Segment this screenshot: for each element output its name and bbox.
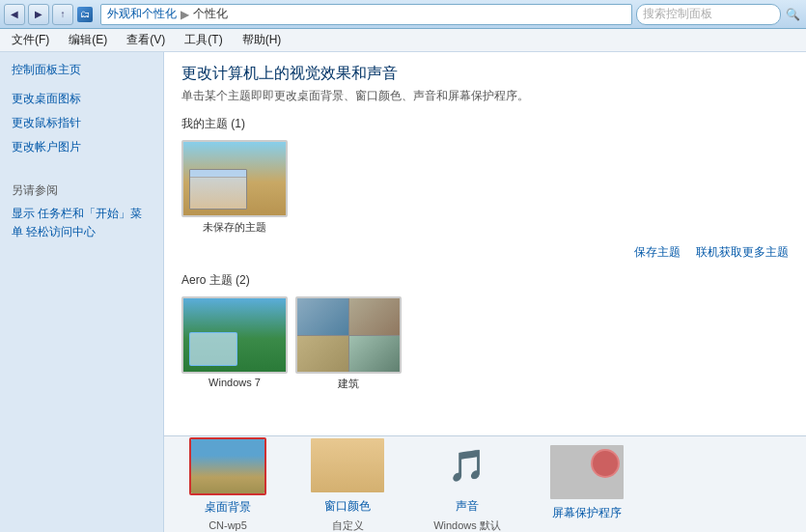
- bottom-item-sound[interactable]: 🎵 声音 Windows 默认: [419, 436, 515, 533]
- search-icon[interactable]: 🔍: [783, 5, 802, 24]
- sidebar-link-mouse[interactable]: 更改鼠标指针: [12, 114, 152, 132]
- screensaver-icon-wrapper: [548, 443, 625, 501]
- bottom-bar: 桌面背景 CN-wp5 窗口颜色 自定义 🎵 声音 Windows 默认: [164, 435, 806, 532]
- nav-buttons: ◀ ▶ ↑: [4, 4, 73, 25]
- search-bar[interactable]: 搜索控制面板: [636, 4, 781, 25]
- theme-unsaved[interactable]: 未保存的主题: [181, 140, 288, 235]
- window-color-icon-wrapper: [309, 436, 386, 494]
- aero2-img1: [297, 298, 348, 335]
- sound-icon-wrapper: 🎵: [429, 436, 506, 494]
- aero1-window-overlay: [189, 332, 237, 366]
- aero-themes-grid: Windows 7 建筑: [181, 296, 789, 391]
- breadcrumb-item-2[interactable]: 个性化: [193, 6, 228, 22]
- bottom-item-window-color[interactable]: 窗口颜色 自定义: [299, 436, 396, 533]
- aero2-img2: [349, 298, 401, 335]
- sound-sublabel: Windows 默认: [433, 518, 501, 533]
- breadcrumb-item-1[interactable]: 外观和个性化: [107, 6, 177, 22]
- window-color-icon: [311, 438, 384, 492]
- window-color-label[interactable]: 窗口颜色: [324, 498, 371, 515]
- breadcrumb-separator: ▶: [181, 8, 189, 21]
- desktop-bg-label[interactable]: 桌面背景: [205, 499, 251, 516]
- sidebar-link-desktop-icon[interactable]: 更改桌面图标: [12, 90, 152, 108]
- window-color-sublabel: 自定义: [332, 518, 364, 533]
- screensaver-icon: [550, 445, 624, 499]
- theme-unsaved-label: 未保存的主题: [181, 220, 288, 235]
- content-area: 更改计算机上的视觉效果和声音 单击某个主题即即更改桌面背景、窗口颜色、声音和屏幕…: [164, 52, 806, 532]
- theme-aero1[interactable]: Windows 7: [181, 296, 288, 391]
- main-layout: 控制面板主页 更改桌面图标 更改鼠标指针 更改帐户图片 另请参阅 显示 任务栏和…: [0, 52, 806, 532]
- get-more-link[interactable]: 联机获取更多主题: [696, 244, 789, 261]
- theme-aero2[interactable]: 建筑: [295, 296, 402, 391]
- aero-themes-label: Aero 主题 (2): [181, 272, 789, 289]
- sidebar-link-account-pic[interactable]: 更改帐户图片: [12, 138, 152, 156]
- ss-face-decoration: [591, 449, 620, 478]
- desktop-bg-icon-wrapper: [189, 437, 266, 495]
- sidebar-home-link[interactable]: 控制面板主页: [12, 62, 152, 78]
- save-theme-link[interactable]: 保存主题: [634, 244, 681, 261]
- menu-view[interactable]: 查看(V): [119, 30, 173, 50]
- see-also-section: 另请参阅 显示 任务栏和「开始」菜单 轻松访问中心: [12, 182, 152, 241]
- desktop-bg-icon: [191, 439, 264, 493]
- sound-label[interactable]: 声音: [456, 498, 479, 515]
- theme-aero2-label: 建筑: [295, 377, 402, 391]
- back-button[interactable]: ◀: [4, 4, 25, 25]
- bottom-item-desktop-bg[interactable]: 桌面背景 CN-wp5: [180, 437, 276, 531]
- up-button[interactable]: ↑: [52, 4, 73, 25]
- sound-icon: 🎵: [431, 438, 504, 492]
- menu-tools[interactable]: 工具(T): [177, 30, 230, 50]
- see-also-display[interactable]: 显示: [12, 207, 35, 220]
- sidebar: 控制面板主页 更改桌面图标 更改鼠标指针 更改帐户图片 另请参阅 显示 任务栏和…: [0, 52, 164, 532]
- see-also-title: 另请参阅: [12, 182, 152, 199]
- menu-help[interactable]: 帮助(H): [235, 30, 290, 50]
- forward-button[interactable]: ▶: [28, 4, 49, 25]
- my-themes-grid: 未保存的主题: [181, 140, 789, 235]
- aero2-img4: [349, 336, 401, 373]
- theme-aero2-preview: [295, 296, 402, 374]
- my-themes-label: 我的主题 (1): [181, 116, 789, 132]
- page-subtitle: 单击某个主题即即更改桌面背景、窗口颜色、声音和屏幕保护程序。: [181, 88, 789, 104]
- theme-unsaved-preview: [181, 140, 288, 217]
- page-title: 更改计算机上的视觉效果和声音: [181, 64, 789, 84]
- bottom-item-screensaver[interactable]: 屏幕保护程序: [539, 443, 635, 525]
- theme-aero1-label: Windows 7: [181, 377, 288, 388]
- menu-edit[interactable]: 编辑(E): [61, 30, 115, 50]
- theme-aero1-preview: [181, 296, 288, 374]
- screensaver-label[interactable]: 屏幕保护程序: [552, 505, 622, 521]
- menu-file[interactable]: 文件(F): [4, 30, 57, 50]
- search-placeholder-text: 搜索控制面板: [643, 6, 712, 22]
- save-links: 保存主题 联机获取更多主题: [181, 244, 789, 261]
- breadcrumb[interactable]: 外观和个性化 ▶ 个性化: [100, 4, 632, 25]
- see-also-access[interactable]: 轻松访问中心: [26, 225, 96, 238]
- menubar: 文件(F) 编辑(E) 查看(V) 工具(T) 帮助(H): [0, 29, 806, 52]
- titlebar: ◀ ▶ ↑ 🗂 外观和个性化 ▶ 个性化 搜索控制面板 🔍: [0, 0, 806, 29]
- folder-icon: 🗂: [77, 7, 93, 22]
- aero2-img3: [297, 336, 348, 373]
- desktop-bg-sublabel: CN-wp5: [208, 519, 247, 531]
